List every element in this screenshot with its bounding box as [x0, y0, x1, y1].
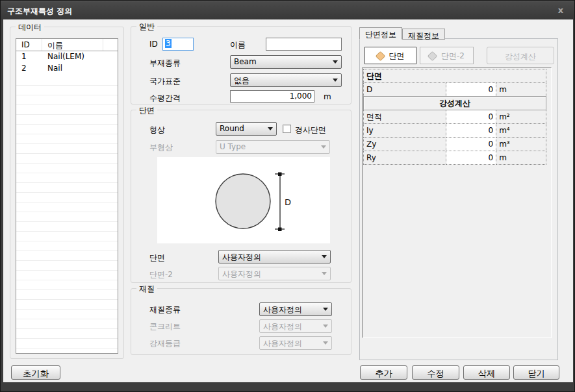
grid-unit: m — [496, 151, 546, 165]
steel-grade-label: 강재등급 — [149, 338, 181, 349]
section2-combo-label: 단면-2 — [149, 269, 173, 280]
diameter-dim-label: D — [285, 197, 291, 207]
chevron-down-icon — [322, 255, 327, 258]
material-groupbox: 재질 재질종류 사용자정의 콘크리트 사용자정의 강재등급 사용자정의 — [131, 288, 351, 355]
grid-row-ry: Ry 0 m — [364, 151, 546, 165]
spacing-unit: m — [324, 92, 331, 101]
grid-row-iy: Iy 0 m⁴ — [364, 124, 546, 138]
steel-grade-dropdown: 사용자정의 — [259, 336, 332, 350]
name-input[interactable] — [266, 38, 342, 51]
subshape-label: 부형상 — [149, 142, 173, 153]
section-toggle-button[interactable]: 단면 — [364, 47, 416, 64]
area-value-cell: 0 — [446, 110, 496, 124]
round-section-diagram: D — [157, 157, 330, 243]
concrete-dropdown: 사용자정의 — [259, 319, 332, 333]
row-name: Nail — [42, 63, 103, 75]
delete-button[interactable]: 삭제 — [463, 365, 510, 380]
grid-label: 면적 — [364, 110, 446, 124]
grid-unit: m³ — [496, 138, 546, 151]
tab-section-info[interactable]: 단면정보 — [359, 27, 402, 40]
section-preview: D — [157, 157, 330, 243]
spacing-input[interactable]: 1,000 — [230, 90, 314, 103]
general-groupbox: 일반 ID 3 이름 부재종류 Beam 국가표준 없음 수평간격 1,000 … — [131, 26, 351, 104]
table-row[interactable]: 2 Nail — [16, 63, 118, 75]
stiffness-calc-button-top: 강성계산 — [487, 47, 554, 64]
national-std-dropdown[interactable]: 없음 — [230, 73, 342, 87]
spacing-label: 수평간격 — [149, 93, 181, 104]
chevron-down-icon — [323, 341, 328, 345]
table-row[interactable]: 1 Nail(LEM) — [16, 51, 118, 63]
col-header-name: 이름 — [42, 39, 103, 51]
section-info-grid: 단면 D 0 m 강성계산 면적 0 m² Iy 0 m⁴ — [362, 67, 552, 338]
dialog-body: 데이터 ID 이름 1 Nail(LEM) 2 Nail 초기화 — [3, 19, 573, 382]
concrete-label: 콘크리트 — [149, 321, 181, 332]
chevron-down-icon — [322, 272, 327, 275]
row-id: 1 — [16, 51, 42, 63]
name-label: 이름 — [230, 40, 246, 51]
chevron-down-icon — [323, 325, 328, 328]
col-header-extra — [103, 39, 118, 51]
chevron-down-icon — [321, 145, 326, 149]
general-group-label: 일반 — [136, 21, 157, 32]
chevron-down-icon — [333, 79, 338, 82]
table-empty-area — [16, 76, 118, 353]
row-id: 2 — [16, 63, 42, 75]
section-groupbox: 단면 형상 Round 경사단면 부형상 U Type D 단면 사용자정의 — [131, 110, 351, 283]
reset-button[interactable]: 초기화 — [11, 365, 60, 380]
dialog-window: 구조부재특성 정의 x 데이터 ID 이름 1 Nail(LEM) 2 Nail — [0, 0, 575, 392]
material-type-label: 재질종류 — [149, 304, 181, 315]
modify-button[interactable]: 수정 — [412, 365, 459, 380]
subshape-dropdown: U Type — [216, 140, 330, 154]
id-label: ID — [149, 40, 158, 49]
col-header-id: ID — [16, 39, 42, 51]
grid-row-zy: Zy 0 m³ — [364, 138, 546, 151]
section-property-table: 단면 D 0 m 강성계산 면적 0 m² Iy 0 m⁴ — [363, 69, 546, 165]
material-type-dropdown[interactable]: 사용자정의 — [259, 302, 332, 316]
id-selected-text: 3 — [165, 39, 172, 48]
chevron-down-icon — [268, 127, 273, 130]
grid-label: Zy — [364, 138, 446, 151]
grid-unit: m² — [496, 110, 546, 124]
close-icon[interactable]: x — [555, 5, 567, 16]
tab-material-info[interactable]: 재질정보 — [402, 29, 445, 40]
ry-value-cell: 0 — [446, 151, 496, 165]
zy-value-cell: 0 — [446, 138, 496, 151]
id-input[interactable]: 3 — [162, 38, 194, 51]
data-group-label: 데이터 — [16, 22, 44, 33]
national-std-label: 국가표준 — [149, 76, 181, 87]
member-type-label: 부재종류 — [149, 58, 181, 69]
section-combo-label: 단면 — [149, 252, 165, 263]
row-name: Nail(LEM) — [42, 51, 103, 63]
section2-dropdown: 사용자정의 — [218, 267, 331, 280]
iy-value-cell: 0 — [446, 124, 496, 138]
grid-row-area: 면적 0 m² — [364, 110, 546, 124]
close-button[interactable]: 닫기 — [513, 365, 559, 380]
shape-label: 형상 — [149, 125, 165, 136]
grid-label: Iy — [364, 124, 446, 138]
grid-header: 단면 — [364, 69, 546, 83]
title-bar[interactable]: 구조부재특성 정의 x — [1, 1, 574, 19]
window-title: 구조부재특성 정의 — [7, 6, 72, 17]
section-dropdown[interactable]: 사용자정의 — [218, 250, 331, 263]
member-type-dropdown[interactable]: Beam — [230, 55, 342, 69]
d-value-cell[interactable]: 0 — [446, 83, 496, 97]
chevron-down-icon — [333, 60, 338, 64]
slope-section-checkbox[interactable] — [283, 125, 291, 133]
diamond-icon — [428, 51, 438, 62]
grid-unit: m⁴ — [496, 124, 546, 138]
grid-label: D — [364, 83, 446, 97]
section2-toggle-button: 단면-2 — [420, 47, 474, 64]
shape-dropdown[interactable]: Round — [216, 122, 277, 136]
section-group-label: 단면 — [136, 105, 157, 116]
data-groupbox: 데이터 ID 이름 1 Nail(LEM) 2 Nail — [10, 27, 124, 359]
chevron-down-icon — [323, 308, 328, 311]
data-table[interactable]: ID 이름 1 Nail(LEM) 2 Nail — [16, 38, 118, 354]
grid-unit: m — [496, 83, 546, 97]
stiffness-calc-button[interactable]: 강성계산 — [364, 97, 546, 110]
material-group-label: 재질 — [136, 284, 157, 295]
add-button[interactable]: 추가 — [360, 365, 407, 380]
grid-label: Ry — [364, 151, 446, 165]
section-circle — [216, 174, 270, 228]
grid-row-d: D 0 m — [364, 83, 546, 97]
diamond-icon — [375, 51, 385, 62]
